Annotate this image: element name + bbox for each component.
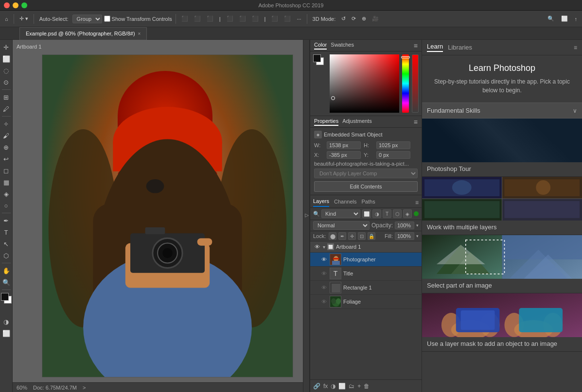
photographer-visibility[interactable]: 👁 [320, 256, 328, 263]
shape-tool[interactable]: ⬡ [1, 250, 12, 261]
brush-tool[interactable]: 🖌 [1, 130, 12, 141]
blend-mode-select[interactable]: Normal Multiply Screen Overlay [313, 221, 370, 230]
alpha-slider[interactable] [412, 54, 419, 113]
tab-close-icon[interactable]: × [138, 31, 141, 36]
delete-layer-icon[interactable]: 🗑 [364, 383, 370, 390]
rect-visibility[interactable]: 👁 [320, 284, 328, 291]
group-icon[interactable]: 🗂 [349, 383, 354, 390]
layout-button[interactable]: ⬜ [559, 15, 570, 23]
layer-title[interactable]: 👁 T Title [310, 267, 422, 281]
filter-smart[interactable]: ◈ [403, 209, 412, 218]
align-bottom[interactable]: ⬛ [250, 15, 261, 23]
fundamental-skills-header[interactable]: Fundamental Skills ∨ [422, 102, 582, 119]
foliage-visibility[interactable]: 👁 [320, 298, 328, 306]
lock-move[interactable]: ✛ [348, 232, 356, 240]
new-layer-icon[interactable]: + [357, 383, 361, 390]
tab-libraries[interactable]: Libraries [448, 44, 472, 51]
healing-tool[interactable]: ✧ [1, 119, 12, 129]
lock-all[interactable]: 🔒 [368, 232, 375, 240]
effects-icon[interactable]: fx [323, 383, 328, 390]
document-tab[interactable]: Example.psd @ 60% (Photographer, RGB/8#)… [19, 27, 147, 40]
move-tool[interactable]: ✛ ▾ [18, 15, 30, 23]
tutorial-photoshop-tour[interactable]: Photoshop Tour [422, 119, 582, 177]
align-center-v[interactable]: ⬛ [237, 15, 248, 23]
group-select[interactable]: Group Layer [72, 15, 102, 23]
opacity-input[interactable] [395, 222, 414, 229]
tutorial-select[interactable]: Select part of an image [422, 235, 582, 293]
align-left[interactable]: ⬛ [179, 15, 190, 23]
more-options[interactable]: ··· [295, 15, 303, 23]
tab-swatches[interactable]: Swatches [331, 42, 354, 50]
filter-adj[interactable]: ◑ [372, 209, 381, 218]
marquee-tool[interactable]: ⬜ [1, 53, 12, 64]
layers-panel-menu[interactable]: ≡ [415, 199, 419, 206]
tutorial-multiple-layers[interactable]: Work with multiple layers [422, 177, 582, 235]
link-icon[interactable]: 🔗 [313, 383, 320, 390]
3d-cam[interactable]: 🎥 [370, 15, 381, 23]
lock-transparent[interactable]: ⬤ [329, 232, 336, 240]
window-controls[interactable] [4, 2, 27, 8]
pen-tool[interactable]: ✒ [1, 215, 12, 226]
clone-tool[interactable]: ⊕ [1, 142, 12, 153]
search-button[interactable]: 🔍 [546, 15, 556, 23]
zoom-tool[interactable]: 🔍 [1, 277, 12, 288]
tutorial-mask[interactable]: Use a layer mask to add an object to an … [422, 293, 582, 352]
artboard-visibility[interactable]: 👁 [313, 243, 321, 251]
panel-collapse-strip[interactable]: ◁ [303, 40, 310, 392]
tab-adjustments[interactable]: Adjustments [342, 118, 372, 126]
blur-tool[interactable]: ◈ [1, 188, 12, 199]
close-button[interactable] [4, 2, 10, 8]
tab-learn[interactable]: Learn [427, 43, 443, 52]
hue-slider[interactable] [402, 54, 409, 113]
history-brush[interactable]: ↩ [1, 153, 12, 164]
dist-v[interactable]: ⬛ [282, 15, 293, 23]
layer-foliage[interactable]: 👁 Foliage [310, 295, 422, 309]
filter-kind-select[interactable]: Kind [321, 209, 360, 218]
fill-input[interactable] [395, 232, 414, 240]
mask-icon[interactable]: ◑ [331, 383, 335, 390]
foreground-color[interactable] [313, 54, 321, 62]
artboard-group[interactable]: 👁 ▾ ⬜ Artboard 1 [310, 241, 422, 253]
quick-mask[interactable]: ◑ [1, 316, 12, 327]
screen-mode[interactable]: ⬜ [1, 328, 12, 339]
color-swatch-stack[interactable] [313, 54, 327, 69]
quick-select-tool[interactable]: ⊙ [1, 77, 12, 87]
x-input[interactable] [327, 151, 361, 159]
transform-checkbox-input[interactable] [104, 16, 110, 22]
filter-shape[interactable]: ⬡ [393, 209, 402, 218]
selection-tool[interactable]: ✛ [1, 42, 12, 52]
eyedropper-tool[interactable]: 🖊 [1, 103, 12, 114]
text-tool[interactable]: T [1, 227, 12, 238]
adj-icon[interactable]: ⬜ [338, 383, 346, 390]
3d-zoom[interactable]: ⊕ [360, 15, 368, 23]
share-button[interactable]: ↑ [573, 15, 580, 23]
align-center-h[interactable]: ⬛ [192, 15, 203, 23]
foreground-color-swatch[interactable] [1, 293, 9, 301]
align-right[interactable]: ⬛ [205, 15, 215, 23]
layer-photographer[interactable]: 👁 Photographer [310, 253, 422, 267]
title-visibility[interactable]: 👁 [320, 270, 328, 277]
lasso-tool[interactable]: ◌ [1, 65, 12, 76]
tab-properties[interactable]: Properties [314, 118, 338, 126]
filter-pixel[interactable]: ⬜ [362, 209, 371, 218]
hand-tool[interactable]: ✋ [1, 265, 12, 276]
color-swatches[interactable] [1, 293, 12, 304]
tab-layers[interactable]: Layers [313, 198, 329, 207]
lock-artboard[interactable]: ⊡ [358, 232, 366, 240]
edit-contents-button[interactable]: Edit Contents [314, 181, 418, 192]
transform-controls-checkbox[interactable]: Show Transform Controls [104, 16, 172, 22]
dist-h[interactable]: ⬛ [269, 15, 280, 23]
path-select-tool[interactable]: ↖ [1, 239, 12, 249]
layer-comp-select[interactable]: Don't Apply Layer Comp [314, 169, 418, 178]
h-input[interactable] [376, 141, 410, 149]
gradient-tool[interactable]: ▦ [1, 177, 12, 187]
crop-tool[interactable]: ⊞ [1, 92, 12, 102]
canvas-content[interactable] [42, 54, 293, 377]
3d-rotate[interactable]: ↺ [339, 15, 348, 23]
y-input[interactable] [376, 151, 410, 159]
gradient-field[interactable] [330, 54, 399, 113]
eraser-tool[interactable]: ◻ [1, 165, 12, 176]
properties-panel-menu[interactable]: ≡ [414, 118, 418, 126]
3d-pan[interactable]: ⟳ [350, 15, 358, 23]
color-gradient-picker[interactable] [330, 54, 399, 113]
